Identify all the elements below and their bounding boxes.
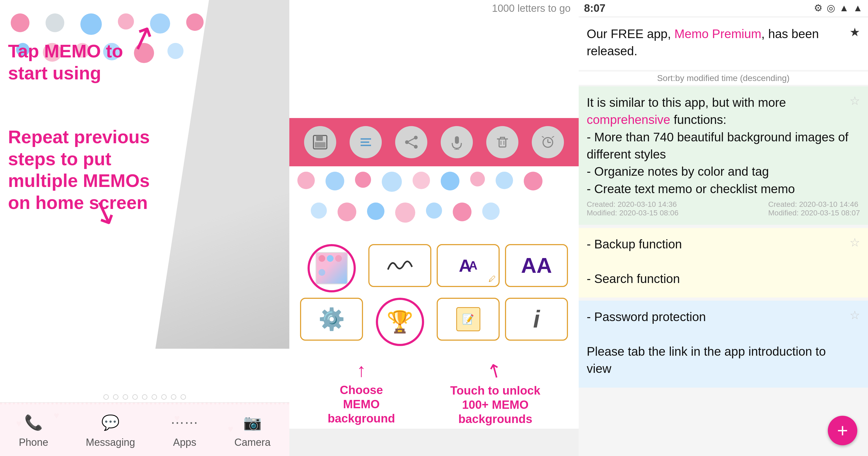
note-card-1[interactable]: Our FREE app, Memo Premium, has been rel… (579, 18, 868, 70)
page-dot (132, 394, 138, 400)
repeat-memo-instruction: Repeat previous steps to put multiple ME… (8, 126, 150, 213)
phone-icon: 📞 (22, 410, 45, 434)
dock-item-apps[interactable]: ⋯⋯ Apps (173, 410, 197, 448)
settings-tool[interactable]: ⚙️ (300, 298, 363, 341)
status-icons: ⚙ ◎ ▲ ▲ (814, 2, 863, 14)
middle-panel: 1000 letters to go (289, 0, 579, 456)
messaging-icon: 💬 (98, 410, 122, 434)
arrow-unlock-icon: ↖ (483, 357, 508, 384)
note-2-meta: Created: 2020-03-10 14:36 Modified: 2020… (587, 200, 860, 217)
note-card-3-header: - Backup function - Search function ☆ (587, 235, 860, 287)
sort-bar: Sort:by modified time (descending) (579, 72, 868, 85)
dock-item-messaging[interactable]: 💬 Messaging (86, 410, 135, 448)
note-card-4[interactable]: - Password protection Please tab the lin… (579, 301, 868, 388)
memo-template-tool[interactable]: 📝 (437, 298, 500, 341)
star-filled-icon[interactable]: ★ (849, 25, 860, 39)
svg-line-10 (407, 142, 416, 147)
dock-label-apps: Apps (173, 437, 196, 448)
note-1-prefix: Our FREE app, (587, 27, 674, 41)
app-dock: 📞 Phone 💬 Messaging ⋯⋯ Apps 📷 Camera (0, 402, 289, 456)
page-indicator (0, 394, 289, 400)
note-1-highlight: Memo Premium (674, 27, 762, 41)
note-card-2-text: It is similar to this app, but with more… (587, 94, 849, 197)
font-tool-1[interactable]: A A 🖊 (437, 244, 500, 287)
unlock-backgrounds-label: ↖ Touch to unlock100+ MEMObackgrounds (450, 360, 540, 426)
note-card-2-header: It is similar to this app, but with more… (587, 94, 860, 197)
page-dot (113, 394, 118, 400)
page-dot (171, 394, 176, 400)
note-card-1-header: Our FREE app, Memo Premium, has been rel… (587, 25, 860, 60)
dock-item-camera[interactable]: 📷 Camera (235, 410, 271, 448)
svg-rect-1 (316, 136, 323, 141)
note-2-meta-left: Created: 2020-03-10 14:36 Modified: 2020… (587, 200, 678, 217)
left-panel: Tap MEMO to start using ↗ Repeat previou… (0, 0, 289, 456)
status-bar: 8:07 ⚙ ◎ ▲ ▲ (579, 0, 868, 16)
note-card-3[interactable]: - Backup function - Search function ☆ (579, 228, 868, 297)
background-tool[interactable] (308, 244, 356, 292)
note-card-2[interactable]: It is similar to this app, but with more… (579, 86, 868, 225)
camera-icon: 📷 (240, 410, 265, 434)
svg-line-9 (407, 138, 416, 142)
unlock-backgrounds-text: Touch to unlock100+ MEMObackgrounds (450, 383, 540, 426)
tool-grid: A A 🖊 AA ⚙️ 🏆 📝 i (289, 236, 579, 354)
font-tool-2[interactable]: AA (505, 244, 568, 287)
note-card-4-header: - Password protection Please tab the lin… (587, 308, 860, 377)
memo-toolbar (289, 118, 579, 166)
fab-add-button[interactable]: + (828, 416, 857, 445)
page-dot (142, 394, 147, 400)
note-card-3-text: - Backup function - Search function (587, 235, 682, 287)
wifi-icon: ▲ (853, 2, 863, 14)
format-button[interactable] (350, 126, 382, 158)
status-time: 8:07 (584, 2, 606, 14)
tap-memo-instruction: Tap MEMO to start using (8, 40, 142, 84)
svg-line-21 (552, 136, 554, 138)
delete-button[interactable] (486, 126, 518, 158)
svg-rect-2 (315, 142, 326, 147)
battery-icon: ▲ (839, 2, 849, 14)
sort-label: Sort:by modified time (descending) (657, 73, 789, 83)
choose-background-text: ChooseMEMObackground (328, 383, 395, 425)
apps-icon: ⋯⋯ (173, 410, 197, 434)
signal-icon: ◎ (827, 2, 835, 14)
page-dot (103, 394, 109, 400)
note-card-1-text: Our FREE app, Memo Premium, has been rel… (587, 25, 849, 60)
note-2-prefix: It is similar to this app, but with more (587, 95, 786, 109)
info-tool[interactable]: i (505, 298, 568, 341)
svg-line-20 (542, 136, 544, 138)
middle-labels: ↑ ChooseMEMObackground ↖ Touch to unlock… (289, 354, 579, 429)
page-dot-active (152, 394, 157, 400)
squiggle-tool[interactable] (368, 244, 431, 287)
note-card-4-text: - Password protection Please tab the lin… (587, 308, 849, 377)
arrow-choose-icon: ↑ (356, 360, 366, 381)
choose-background-label: ↑ ChooseMEMObackground (328, 360, 395, 426)
polka-section (289, 166, 579, 236)
save-button[interactable] (304, 126, 336, 158)
dock-label-camera: Camera (235, 437, 271, 448)
right-panel: 8:07 ⚙ ◎ ▲ ▲ Our FREE app, Memo Premium,… (579, 0, 868, 456)
page-dot (161, 394, 167, 400)
star-outline-icon[interactable]: ☆ (849, 94, 860, 108)
star-outline-icon-3[interactable]: ☆ (849, 308, 860, 322)
page-dot (181, 394, 186, 400)
page-dot (123, 394, 128, 400)
fab-add-icon: + (837, 420, 848, 441)
dock-label-phone: Phone (19, 437, 48, 448)
star-outline-icon-2[interactable]: ☆ (849, 235, 860, 249)
dock-label-messaging: Messaging (86, 437, 135, 448)
settings-status-icon: ⚙ (814, 2, 823, 14)
svg-rect-11 (455, 136, 459, 144)
note-2-meta-right: Created: 2020-03-10 14:46 Modified: 2020… (768, 200, 860, 217)
voice-button[interactable] (441, 126, 473, 158)
alarm-button[interactable] (532, 126, 564, 158)
letters-counter: 1000 letters to go (492, 3, 570, 14)
share-button[interactable] (395, 126, 427, 158)
note-2-highlight: comprehensive (587, 113, 670, 126)
dock-item-phone[interactable]: 📞 Phone (19, 410, 48, 448)
svg-rect-14 (499, 139, 506, 147)
unlock-tool[interactable]: 🏆 (376, 298, 424, 346)
memo-text-area[interactable]: 1000 letters to go (289, 0, 579, 118)
